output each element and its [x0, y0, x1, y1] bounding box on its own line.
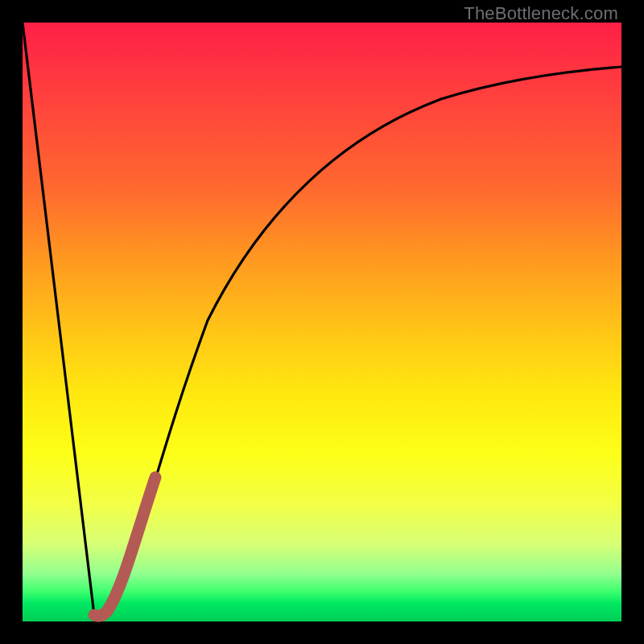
chart-frame: TheBottleneck.com	[0, 0, 644, 644]
attribution-text: TheBottleneck.com	[464, 3, 618, 24]
bottleneck-curve	[23, 23, 621, 616]
highlight-segment	[94, 477, 155, 616]
chart-svg	[23, 23, 621, 621]
